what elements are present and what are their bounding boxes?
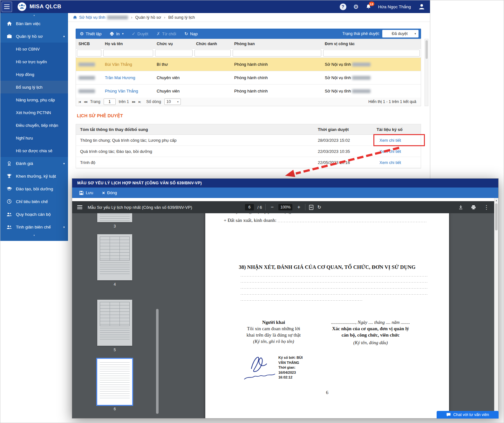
chevron-down-icon: ▾ [63, 225, 65, 229]
pdf-body: 3 4 5 6 [72, 213, 494, 418]
sidebar-item-tinh-gian[interactable]: Tinh giản biên chế ▾ [0, 221, 68, 233]
briefcase-icon [6, 34, 12, 39]
status-filter-dropdown[interactable]: Đã duyệt ▾ [382, 30, 419, 38]
employee-name-link[interactable]: Phùng Văn Thắng [105, 89, 138, 93]
scroll-up-icon[interactable]: ▲ [494, 198, 498, 203]
main-content: Sở Nội vụ tỉnh › Quản lý hồ sơ › Bổ sung… [68, 13, 430, 179]
sidebar-subitem-hop-dong[interactable]: Hợp đồng [0, 68, 68, 81]
sidebar-subitem-dieu-chuyen[interactable]: Điều chuyển, tiếp nhận [0, 119, 68, 132]
sidebar-subitem-nang-luong[interactable]: Nâng lương, phụ cấp [0, 93, 68, 106]
pdf-thumbnail-3[interactable]: 3 [97, 213, 132, 229]
modal-scrollbar[interactable]: ▲ ▼ [494, 198, 498, 418]
page-number-input[interactable]: 6 [245, 204, 254, 210]
pdf-page-controls: 6 / 6 − 100% + ↻ [245, 201, 321, 213]
sidebar-scroll-down-icon[interactable]: ▼ [0, 233, 68, 237]
logo-icon [17, 2, 27, 11]
sidebar-item-khen-thuong[interactable]: Khen thưởng, kỷ luật [0, 170, 68, 182]
sidebar-subitem-bo-sung-ly-lich[interactable]: Bổ sung lý lịch [0, 81, 68, 93]
table-row[interactable]: Trần Mai Hương Chuyên viên Phòng hành ch… [76, 71, 421, 85]
hamburger-menu-icon[interactable] [2, 2, 12, 12]
zoom-level-value[interactable]: 100% [278, 204, 292, 210]
help-icon[interactable]: ? [340, 3, 346, 10]
thumbnail-scrollbar[interactable] [156, 213, 159, 418]
pdf-thumbnail-panel: 3 4 5 6 [72, 213, 160, 418]
last-page-icon[interactable]: ▶| [139, 100, 140, 103]
zoom-out-icon[interactable]: − [269, 204, 275, 210]
sidebar-subitem-ho-so-cbnv[interactable]: Hồ sơ CBNV [0, 43, 68, 55]
sidebar-subitem-ho-so-truc-tuyen[interactable]: Hồ sơ trực tuyến [0, 55, 68, 68]
pdf-page-number: 6 [205, 390, 449, 395]
filter-input-position[interactable] [155, 50, 193, 57]
view-detail-link[interactable]: Xem chi tiết [379, 149, 401, 154]
x-icon: ✗ [157, 31, 160, 36]
sidebar-item-quy-hoach[interactable]: Quy hoạch cán bộ [0, 208, 68, 221]
blurred-text [107, 16, 128, 19]
breadcrumb-level1[interactable]: Quản lý hồ sơ [135, 15, 161, 20]
previous-page-icon[interactable]: ◀◀ [84, 100, 87, 103]
pdf-sidebar-toggle-icon[interactable] [77, 205, 82, 209]
breadcrumb-root[interactable]: Sở Nội vụ tỉnh [73, 15, 128, 20]
sidebar-subitem-nghi-huu[interactable]: Nghỉ hưu [0, 132, 68, 144]
setup-button[interactable]: ⚙ Thiết lập [76, 29, 106, 39]
pdf-toolbar-right: ⋮ [458, 204, 489, 211]
page-number-input[interactable] [104, 99, 116, 105]
printer-icon [110, 32, 114, 36]
sidebar: ▲ Bàn làm việc Quản lý hồ sơ ▾ Hồ sơ CBN… [0, 13, 68, 241]
view-detail-link[interactable]: Xem chi tiết [379, 160, 401, 165]
sidebar-item-danh-gia[interactable]: Đánh giá ▾ [0, 157, 68, 170]
confirmation-block: ....................., Ngày .... tháng .… [315, 319, 426, 346]
table-scrollbar[interactable] [425, 39, 428, 106]
pdf-modal-dialog: MẪU SƠ YẾU LÝ LỊCH HỢP NHẤT (CÔNG VĂN SỐ… [72, 178, 499, 419]
zoom-in-icon[interactable]: + [296, 204, 302, 210]
fit-page-icon[interactable] [309, 205, 314, 210]
sidebar-subitem-xet-huong[interactable]: Xét hưởng PCTNN [0, 106, 68, 119]
approval-history-table: Tóm tắt thông tin thay đổi/bổ sung Thời … [76, 124, 421, 168]
sidebar-item-dashboard[interactable]: Bàn làm việc [0, 17, 68, 30]
filter-input-title[interactable] [194, 50, 231, 57]
sidebar-subitem-ho-so-chia-se[interactable]: Hồ sơ được chia sẻ [0, 144, 68, 157]
sidebar-item-dao-tao[interactable]: Đào tạo, bồi dưỡng [0, 182, 68, 195]
sidebar-item-records[interactable]: Quản lý hồ sơ ▾ [0, 30, 68, 43]
sidebar-item-chi-tieu[interactable]: Chỉ tiêu biên chế [0, 195, 68, 208]
reject-button[interactable]: ✗ Từ chối [153, 29, 180, 39]
history-row: Thông tin chung; Quá trình công tác; Lươ… [76, 135, 421, 146]
medal-icon [6, 161, 12, 166]
table-row[interactable]: Bùi Văn Thắng Bí thư Phòng hành chính Sở… [76, 58, 421, 71]
filter-input-unit[interactable] [323, 50, 420, 57]
chat-support-button[interactable]: Chat với tư vấn viên [437, 411, 499, 419]
print-icon[interactable] [471, 205, 476, 210]
chevron-down-icon: ▾ [177, 100, 179, 103]
settings-gear-icon[interactable]: ⚙ [353, 4, 359, 10]
filter-input-shcb[interactable] [77, 50, 101, 57]
list-toolbar: ⚙ Thiết lập In ▾ ✓ Duyệt ✗ Từ chối ↻ Nạp [76, 29, 421, 39]
print-button[interactable]: In ▾ [106, 29, 127, 39]
breadcrumb-level2[interactable]: Bổ sung lý lịch [168, 15, 195, 20]
download-icon[interactable] [458, 205, 463, 210]
pdf-thumbnail-5[interactable]: 5 [97, 300, 132, 352]
declarant-block: Người khai Tôi xin cam đoan những lời kh… [237, 319, 310, 345]
filter-input-department[interactable] [233, 50, 321, 57]
pdf-thumbnail-4[interactable]: 4 [97, 234, 132, 287]
first-page-icon[interactable]: |◀ [78, 100, 80, 103]
filter-input-name[interactable] [103, 50, 153, 57]
more-options-icon[interactable]: ⋮ [484, 204, 489, 211]
user-name[interactable]: Hứa Ngọc Thắng [378, 4, 411, 9]
rows-per-page-label: Số dòng [146, 99, 161, 104]
modal-body: Mẫu Sơ yếu Lý lịch hợp nhất (Công văn số… [72, 198, 498, 418]
approve-button[interactable]: ✓ Duyệt [128, 29, 153, 39]
trophy-icon [6, 174, 12, 179]
pdf-thumbnail-6[interactable]: 6 [97, 359, 132, 411]
employee-name-link[interactable]: Bùi Văn Thắng [105, 62, 132, 67]
employee-name-link[interactable]: Trần Mai Hương [105, 75, 135, 80]
table-row[interactable]: Phùng Văn Thắng Chuyên viên Phòng hành c… [76, 85, 421, 98]
notification-bell-icon[interactable]: 13 [366, 4, 371, 10]
rotate-icon[interactable]: ↻ [317, 204, 321, 210]
reload-button[interactable]: ↻ Nạp [180, 29, 202, 39]
annotation-highlight-box [373, 134, 425, 146]
close-button[interactable]: × Đóng [98, 188, 121, 198]
user-avatar-icon[interactable] [418, 3, 426, 10]
rows-per-page-dropdown[interactable]: 10 ▾ [164, 99, 181, 105]
sidebar-scroll-up-icon[interactable]: ▲ [0, 13, 68, 17]
save-button[interactable]: Lưu [75, 188, 98, 198]
next-page-icon[interactable]: ▶▶ [132, 100, 135, 103]
